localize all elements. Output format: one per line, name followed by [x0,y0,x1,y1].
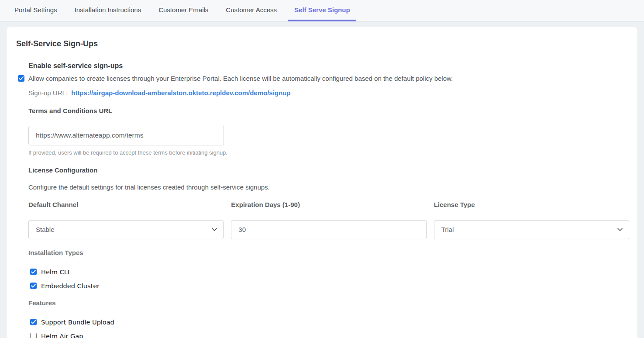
installation-type-option: Embedded Cluster [30,283,629,290]
license-type-select[interactable]: Trial [434,220,629,239]
license-type-label: License Type [434,201,629,209]
helm-cli-checkbox[interactable] [30,269,37,275]
helm-cli-label: Helm CLI [41,269,69,276]
check-icon [31,270,36,274]
installation-type-option: Helm CLI [30,269,629,276]
page-title: Self-Service Sign-Ups [16,39,629,49]
enable-signups-heading: Enable self-service sign-ups [28,62,629,70]
tab-self-serve-signup[interactable]: Self Serve Signup [288,0,356,21]
terms-url-input[interactable] [28,126,224,145]
support-bundle-upload-label: Support Bundle Upload [41,319,114,326]
check-icon [31,284,36,288]
tab-installation-instructions[interactable]: Installation Instructions [69,0,148,21]
license-configuration-heading: License Configuration [28,166,629,174]
helm-air-gap-label: Helm Air Gap [41,333,83,338]
default-channel-label: Default Channel [28,201,224,209]
terms-url-help-text: If provided, users will be required to a… [28,149,629,156]
helm-air-gap-checkbox[interactable] [30,333,37,338]
tab-portal-settings[interactable]: Portal Settings [8,0,63,21]
expiration-days-input[interactable] [231,220,426,239]
expiration-days-label: Expiration Days (1-90) [231,201,426,209]
enable-signups-checkbox[interactable] [18,75,24,82]
default-channel-select[interactable]: Stable [28,220,224,239]
signup-url-link[interactable]: https://airgap-download-amberalston.okte… [71,89,290,97]
installation-types-heading: Installation Types [28,249,629,257]
license-configuration-description: Configure the default settings for trial… [28,183,629,191]
feature-option: Helm Air Gap [30,333,629,338]
enable-signups-description: Allow companies to create licenses throu… [28,75,453,83]
terms-url-label: Terms and Conditions URL [28,107,629,115]
feature-option: Support Bundle Upload [30,319,629,326]
tab-customer-access[interactable]: Customer Access [220,0,283,21]
features-heading: Features [28,299,629,307]
expiration-days-field: Expiration Days (1-90) [231,201,426,239]
embedded-cluster-label: Embedded Cluster [41,283,100,290]
settings-tab-bar: Portal Settings Installation Instruction… [0,0,644,21]
license-type-field: License Type Trial [434,201,629,239]
embedded-cluster-checkbox[interactable] [30,283,37,289]
check-icon [31,320,36,324]
tab-customer-emails[interactable]: Customer Emails [152,0,214,21]
check-icon [19,76,24,80]
self-serve-signup-panel: Self-Service Sign-Ups Enable self-servic… [7,27,637,338]
support-bundle-upload-checkbox[interactable] [30,319,37,325]
signup-url-label: Sign-up URL: [28,89,68,97]
default-channel-field: Default Channel Stable [28,201,224,239]
